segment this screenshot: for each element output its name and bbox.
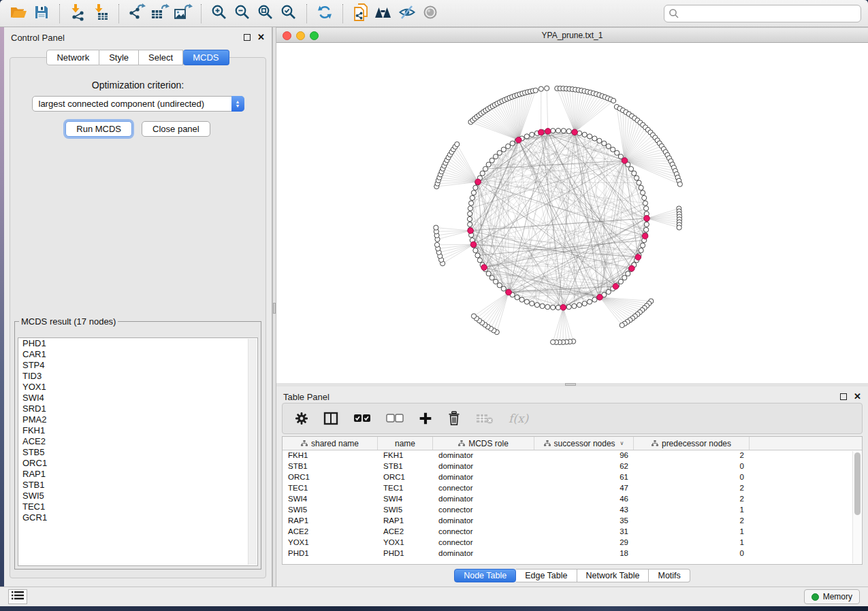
table-cell: dominator (433, 494, 534, 505)
float-panel-icon[interactable] (244, 34, 251, 41)
column-tree-icon (458, 439, 465, 448)
table-row[interactable]: FKH1FKH1dominator962 (283, 450, 862, 461)
search-input[interactable] (664, 5, 861, 22)
network-canvas[interactable] (276, 43, 868, 383)
zoom-selected-button[interactable] (277, 3, 300, 24)
export-image-button[interactable] (172, 3, 195, 24)
mcds-result-item[interactable]: TID3 (18, 371, 257, 382)
table-row[interactable]: SWI4SWI4dominator462 (283, 494, 862, 505)
column-header-predecessor-nodes[interactable]: predecessor nodes (634, 437, 750, 450)
export-table-icon (150, 3, 170, 24)
mcds-result-item[interactable]: STP4 (18, 360, 257, 371)
hide-selected-button[interactable] (396, 3, 419, 24)
table-row[interactable]: YOX1YOX1connector291 (283, 538, 862, 548)
open-file-button[interactable] (7, 3, 30, 24)
table-cell: dominator (433, 548, 534, 559)
mcds-result-item[interactable]: SWI4 (18, 393, 257, 403)
column-header-name[interactable]: name (378, 437, 433, 450)
mcds-result-item[interactable]: RAP1 (18, 469, 257, 480)
mcds-result-item[interactable]: FKH1 (18, 425, 257, 436)
table-cell: connector (433, 538, 534, 548)
mcds-result-item[interactable]: PHD1 (18, 338, 257, 349)
mcds-result-item[interactable]: SWI5 (18, 491, 257, 501)
table-row[interactable]: STB1STB1dominator620 (283, 461, 862, 472)
save-session-button[interactable] (30, 3, 53, 24)
window-close-icon[interactable] (283, 31, 291, 40)
table-cell: ACE2 (283, 527, 378, 538)
import-table-button[interactable] (89, 3, 112, 24)
table-cell: YOX1 (283, 538, 378, 548)
table-cell: dominator (433, 461, 534, 472)
splitter-grip[interactable] (565, 383, 576, 386)
table-cell: 2 (634, 483, 750, 494)
create-column-button[interactable] (419, 412, 432, 425)
close-panel-icon[interactable]: ✕ (854, 393, 861, 400)
mcds-result-item[interactable]: ORC1 (18, 458, 257, 469)
application-window: Control Panel ✕ NetworkStyleSelectMCDS O… (0, 0, 868, 611)
tab-node-table[interactable]: Node Table (454, 569, 516, 582)
table-settings-button[interactable] (295, 412, 308, 425)
mcds-result-item[interactable]: STB5 (18, 447, 257, 458)
column-header-MCDS-role[interactable]: MCDS role (433, 437, 534, 450)
tab-mcds[interactable]: MCDS (183, 50, 229, 65)
export-network-button[interactable] (125, 3, 148, 24)
mcds-result-item[interactable]: PMA2 (18, 414, 257, 425)
zoom-fit-button[interactable] (254, 3, 277, 24)
show-all-button[interactable] (419, 3, 442, 24)
unselect-all-columns-button[interactable] (386, 414, 404, 423)
export-image-icon (174, 3, 193, 24)
export-table-button[interactable] (148, 3, 172, 24)
mcds-result-item[interactable]: YOX1 (18, 382, 257, 393)
zoom-out-button[interactable] (231, 3, 254, 24)
first-neighbors-button[interactable] (372, 3, 396, 24)
mcds-result-item[interactable]: GCR1 (18, 512, 257, 523)
task-history-button[interactable] (8, 589, 27, 604)
table-cell: connector (433, 505, 534, 516)
tab-network[interactable]: Network (46, 50, 99, 65)
mcds-result-item[interactable]: TEC1 (18, 501, 257, 512)
tab-select[interactable]: Select (139, 50, 183, 65)
network-window-titlebar[interactable]: YPA_prune.txt_1 (276, 27, 868, 43)
table-row[interactable]: TEC1TEC1connector472 (283, 483, 862, 494)
table-cell: 0 (634, 461, 750, 472)
mcds-result-list[interactable]: PHD1CAR1STP4TID3YOX1SWI4SRD1PMA2FKH1ACE2… (18, 337, 258, 566)
window-minimize-icon[interactable] (296, 31, 305, 40)
import-network-button[interactable] (66, 3, 89, 24)
run-mcds-button[interactable]: Run MCDS (65, 121, 132, 137)
tab-motifs[interactable]: Motifs (649, 569, 690, 582)
mcds-result-item[interactable]: SRD1 (18, 403, 257, 414)
column-header-shared-name[interactable]: shared name (283, 437, 378, 450)
mcds-result-item[interactable]: ACE2 (18, 436, 257, 447)
mcds-result-item[interactable]: CAR1 (18, 349, 257, 360)
network-graph[interactable] (276, 43, 868, 383)
tab-edge-table[interactable]: Edge Table (516, 569, 577, 582)
table-cell: SWI5 (378, 505, 433, 516)
table-body: FKH1FKH1dominator962STB1STB1dominator620… (283, 450, 862, 559)
table-row[interactable]: PHD1PHD1dominator180 (283, 548, 862, 559)
column-header-successor-nodes[interactable]: successor nodes∨ (534, 437, 634, 450)
network-from-selection-button[interactable] (349, 3, 372, 24)
table-scrollbar[interactable] (852, 451, 861, 563)
mcds-list-scrollbar[interactable] (248, 339, 257, 565)
splitter-grip[interactable] (273, 303, 276, 314)
table-row[interactable]: ORC1ORC1dominator610 (283, 472, 862, 483)
memory-button[interactable]: Memory (804, 589, 860, 604)
zoom-in-button[interactable] (208, 3, 231, 24)
close-panel-icon[interactable]: ✕ (257, 34, 265, 41)
window-zoom-icon[interactable] (310, 31, 319, 40)
table-row[interactable]: RAP1RAP1dominator352 (283, 516, 862, 527)
table-row[interactable]: SWI5SWI5connector431 (283, 505, 862, 516)
show-column-panel-button[interactable] (323, 412, 338, 425)
float-panel-icon[interactable] (840, 393, 847, 400)
tab-style[interactable]: Style (99, 50, 139, 65)
table-scrollbar-thumb[interactable] (854, 452, 861, 515)
tab-network-table[interactable]: Network Table (577, 569, 649, 582)
delete-column-button[interactable] (447, 411, 461, 426)
close-panel-button[interactable]: Close panel (142, 121, 210, 137)
table-cell: 1 (634, 527, 750, 538)
select-all-columns-button[interactable] (353, 414, 371, 423)
optimization-criterion-select[interactable]: largest connected component (undirected)… (32, 96, 244, 112)
table-row[interactable]: ACE2ACE2connector311 (283, 527, 862, 538)
refresh-button[interactable] (313, 3, 336, 24)
mcds-result-item[interactable]: STB1 (18, 480, 257, 491)
